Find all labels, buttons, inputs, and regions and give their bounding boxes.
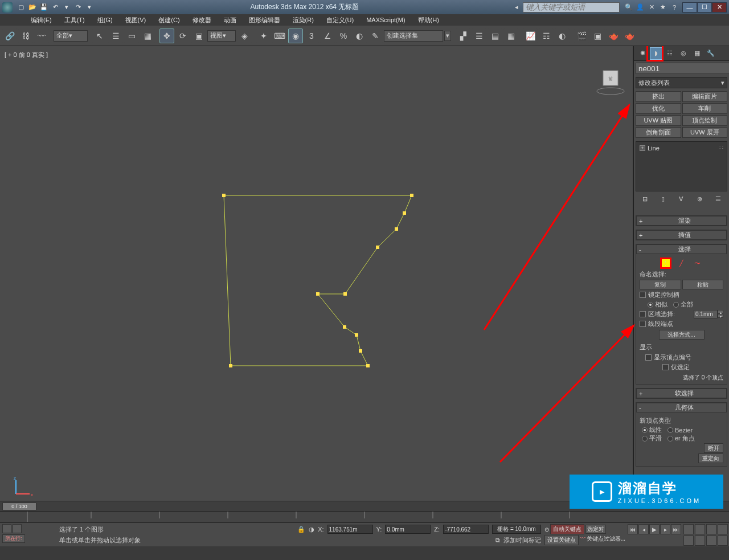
pivot-center-icon[interactable]: ◈: [237, 28, 252, 43]
mod-btn-bevel-profile[interactable]: 倒角剖面: [636, 127, 681, 138]
edit-named-sel-icon[interactable]: ✎: [368, 28, 383, 43]
key-filters-icon[interactable]: 〰: [580, 535, 585, 545]
key-icon[interactable]: ⊙: [544, 526, 549, 533]
all-radio[interactable]: [673, 302, 679, 308]
zoom-icon[interactable]: [695, 524, 705, 534]
coord-y[interactable]: 0.0mm: [385, 525, 431, 534]
spinner-down-icon[interactable]: ▾: [718, 314, 723, 318]
named-selection-drop-icon[interactable]: ▾: [444, 31, 451, 41]
paste-button[interactable]: 粘贴: [682, 280, 724, 289]
menu-views[interactable]: 视图(V): [121, 15, 151, 26]
viewport[interactable]: [ + 0 前 0 真实 ] 前 zx: [0, 46, 633, 501]
modifier-list-combo[interactable]: 修改器列表▾: [636, 77, 727, 88]
play-icon[interactable]: ▶: [649, 524, 660, 534]
spline-line[interactable]: [221, 191, 426, 374]
percent-snap-icon[interactable]: %: [336, 28, 351, 43]
stack-item-line[interactable]: + Line ∷: [640, 144, 723, 152]
close-button[interactable]: ✕: [712, 2, 727, 13]
tab-utilities-icon[interactable]: 🔧: [705, 47, 717, 60]
search-icon[interactable]: 🔍: [624, 3, 633, 12]
menu-create[interactable]: 创建(C): [154, 15, 184, 26]
menu-help[interactable]: 帮助(H): [413, 15, 444, 26]
render-setup-icon[interactable]: 🎬: [574, 28, 589, 43]
zoom-extents-icon[interactable]: [683, 536, 694, 546]
menu-customize[interactable]: 自定义(U): [322, 15, 358, 26]
rollout-selection-header[interactable]: -选择: [636, 244, 727, 254]
info-left-icon[interactable]: ◂: [515, 3, 522, 11]
time-tag-icon[interactable]: ⧉: [495, 537, 500, 544]
similar-radio[interactable]: [648, 302, 653, 308]
menu-graph-editors[interactable]: 图形编辑器: [244, 15, 285, 26]
lock-icon[interactable]: 🔒: [297, 526, 305, 533]
show-end-result-icon[interactable]: ▯: [658, 194, 667, 203]
viewport-label[interactable]: [ + 0 前 0 真实 ]: [5, 51, 48, 59]
add-time-tag[interactable]: 添加时间标记: [503, 536, 541, 545]
new-icon[interactable]: ▢: [16, 2, 26, 13]
object-name-input[interactable]: [636, 63, 729, 74]
zoom-extents-all-icon[interactable]: [695, 536, 705, 546]
mod-btn-uvw-map[interactable]: UVW 贴图: [636, 115, 681, 126]
angle-snap-icon[interactable]: ∠: [320, 28, 335, 43]
search-input[interactable]: [523, 2, 620, 13]
show-vert-num-checkbox[interactable]: [645, 354, 652, 361]
frame-slider[interactable]: 0 / 100: [2, 502, 36, 510]
mod-btn-lathe[interactable]: 车削: [682, 103, 728, 114]
menu-animation[interactable]: 动画: [219, 15, 241, 26]
only-selected-checkbox[interactable]: [662, 364, 669, 370]
select-object-icon[interactable]: ↖: [92, 28, 107, 43]
schematic-icon[interactable]: ☶: [539, 28, 554, 43]
ref-coord-combo[interactable]: 视图 ▾: [207, 30, 236, 42]
undo-drop-icon[interactable]: ▾: [62, 2, 72, 13]
smooth-radio[interactable]: [642, 436, 648, 442]
save-icon[interactable]: 💾: [39, 2, 49, 13]
bezier-corner-radio[interactable]: [667, 436, 673, 442]
redo-drop-icon[interactable]: ▾: [84, 2, 95, 13]
snap-toggle-icon[interactable]: ◉: [288, 28, 303, 43]
maxscript-mini-listener-icon[interactable]: [2, 524, 11, 533]
fov-icon[interactable]: [718, 524, 728, 534]
max-toggle-icon[interactable]: [718, 536, 728, 546]
zoom-all-icon[interactable]: [706, 524, 716, 534]
link-icon[interactable]: 🔗: [2, 28, 17, 43]
rollout-geometry-header[interactable]: -几何体: [636, 403, 727, 412]
area-select-value[interactable]: [694, 310, 718, 318]
menu-tools[interactable]: 工具(T): [60, 15, 89, 26]
spinner-snap-icon[interactable]: ◐: [352, 28, 367, 43]
material-editor-icon[interactable]: ◐: [555, 28, 570, 43]
subobj-segment-icon[interactable]: ╱: [676, 257, 687, 269]
prev-frame-icon[interactable]: ◂: [638, 524, 649, 534]
select-by-name-icon[interactable]: ☰: [108, 28, 123, 43]
signin-icon[interactable]: 👤: [636, 3, 645, 12]
expand-icon[interactable]: +: [640, 145, 645, 151]
rect-region-icon[interactable]: ▭: [124, 28, 139, 43]
select-rotate-icon[interactable]: ⟳: [175, 28, 190, 43]
auto-key-button[interactable]: 自动关键点: [550, 524, 584, 534]
selection-filter-combo[interactable]: 全部 ▾: [54, 30, 88, 42]
align-icon[interactable]: ☰: [472, 28, 486, 43]
rollout-rendering-header[interactable]: +渲染: [636, 216, 727, 226]
mod-btn-edit-patch[interactable]: 编辑面片: [682, 91, 728, 102]
coord-x[interactable]: 1163.751m: [327, 525, 373, 534]
bezier-radio[interactable]: [667, 427, 673, 433]
snap-3d-icon[interactable]: 3: [304, 28, 319, 43]
set-key-button[interactable]: 设置关键点: [544, 535, 579, 545]
mod-btn-uvw-unwrap[interactable]: UVW 展开: [682, 127, 728, 138]
rollout-interpolation-header[interactable]: +插值: [636, 230, 727, 240]
graphite-icon[interactable]: ▦: [503, 28, 518, 43]
break-button[interactable]: 断开: [704, 443, 723, 453]
app-icon[interactable]: [2, 2, 13, 13]
bind-space-warp-icon[interactable]: 〰: [34, 28, 49, 43]
undo-icon[interactable]: ↶: [50, 2, 60, 13]
render-preview-icon[interactable]: 🫖: [622, 28, 637, 43]
subobj-vertex-icon[interactable]: ⋮: [660, 257, 671, 269]
mirror-icon[interactable]: ▞: [456, 28, 470, 43]
reverse-button[interactable]: 重定向: [698, 453, 723, 463]
linear-radio[interactable]: [642, 427, 648, 433]
mod-btn-vertex-paint[interactable]: 顶点绘制: [682, 115, 728, 126]
curve-editor-icon[interactable]: 📈: [523, 28, 538, 43]
orbit-icon[interactable]: [706, 536, 716, 546]
track-bar[interactable]: [0, 511, 729, 522]
tab-hierarchy-icon[interactable]: ☷: [664, 47, 676, 60]
select-move-icon[interactable]: ✥: [159, 28, 174, 43]
menu-rendering[interactable]: 渲染(R): [288, 15, 318, 26]
